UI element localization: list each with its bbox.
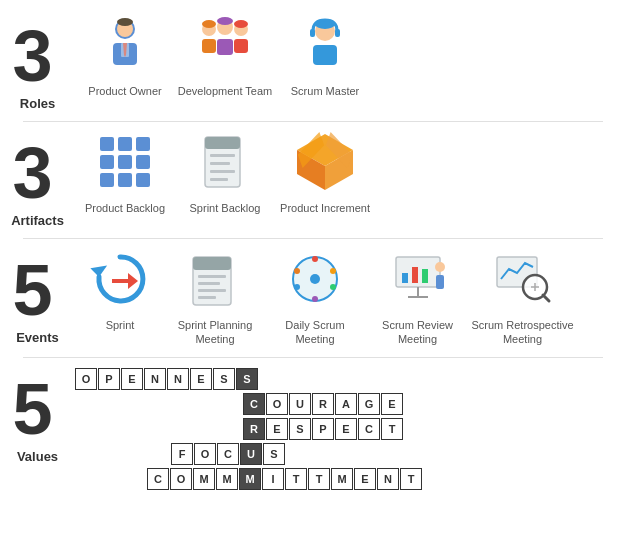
- product-owner-item: Product Owner: [75, 10, 175, 98]
- svg-rect-43: [193, 257, 231, 270]
- roles-label: Roles: [20, 96, 55, 111]
- cw-N1: N: [144, 368, 166, 390]
- cw-C-focus: C: [217, 443, 239, 465]
- commitment-row: C O M M M I T T M E N T: [75, 468, 615, 490]
- divider-1: [23, 121, 603, 122]
- scrum-review-item: Scrum Review Meeting: [365, 244, 470, 347]
- cw-M2-commit: M: [216, 468, 238, 490]
- svg-rect-28: [136, 173, 150, 187]
- scrum-review-icon: [383, 244, 453, 314]
- roles-section: 3 Roles: [0, 10, 625, 111]
- cw-E-respect: E: [266, 418, 288, 440]
- cw-U-courage: U: [289, 393, 311, 415]
- page: 3 Roles: [0, 0, 625, 503]
- svg-point-2: [117, 18, 133, 26]
- svg-marker-41: [112, 273, 138, 289]
- svg-rect-59: [422, 269, 428, 283]
- svg-rect-17: [310, 29, 315, 37]
- scrum-master-icon: [290, 10, 360, 80]
- artifacts-items: Product Backlog Sprint Backlog: [65, 127, 615, 215]
- svg-point-52: [312, 296, 318, 302]
- svg-rect-25: [136, 155, 150, 169]
- cw-R-courage: R: [312, 393, 334, 415]
- cw-S-highlight: S: [236, 368, 258, 390]
- cw-R-respect: R: [243, 418, 265, 440]
- svg-point-7: [202, 20, 216, 28]
- cw-S-focus: S: [263, 443, 285, 465]
- svg-rect-63: [436, 275, 444, 289]
- events-number: 5: [13, 254, 63, 326]
- svg-rect-32: [210, 162, 230, 165]
- svg-rect-30: [205, 137, 240, 149]
- daily-scrum-icon: [280, 244, 350, 314]
- scrum-master-item: Scrum Master: [275, 10, 375, 98]
- cw-T-respect: T: [381, 418, 403, 440]
- values-number-col: 5 Values: [10, 363, 65, 464]
- cw-E-commit: E: [354, 468, 376, 490]
- sprint-backlog-item: Sprint Backlog: [175, 127, 275, 215]
- events-number-col: 5 Events: [10, 244, 65, 345]
- artifacts-number: 3: [13, 137, 63, 209]
- cw-E1: E: [121, 368, 143, 390]
- svg-rect-18: [335, 29, 340, 37]
- product-backlog-icon: [90, 127, 160, 197]
- sprint-icon: [85, 244, 155, 314]
- sprint-backlog-icon: [190, 127, 260, 197]
- cw-N2: N: [167, 368, 189, 390]
- cw-T3-commit: T: [400, 468, 422, 490]
- svg-rect-27: [118, 173, 132, 187]
- cw-I-commit: I: [262, 468, 284, 490]
- cw-O-focus: O: [194, 443, 216, 465]
- artifacts-number-col: 3 Artifacts: [10, 127, 65, 228]
- svg-rect-26: [100, 173, 114, 187]
- development-team-item: Development Team: [175, 10, 275, 98]
- cw-F-focus: F: [171, 443, 193, 465]
- respect-row: R E S P E C T: [75, 418, 615, 440]
- divider-2: [23, 238, 603, 239]
- events-section: 5 Events Sprint: [0, 244, 625, 347]
- development-team-icon: [190, 10, 260, 80]
- courage-row: C O U R A G E: [75, 393, 615, 415]
- svg-rect-20: [100, 137, 114, 151]
- scrum-review-label: Scrum Review Meeting: [365, 318, 470, 347]
- artifacts-section: 3 Artifacts: [0, 127, 625, 228]
- cw-M3-commit: M: [239, 468, 261, 490]
- sprint-item: Sprint: [75, 244, 165, 332]
- cw-M4-commit: M: [331, 468, 353, 490]
- cw-T1-commit: T: [285, 468, 307, 490]
- cw-G-courage: G: [358, 393, 380, 415]
- cw-A-courage: A: [335, 393, 357, 415]
- focus-row: F O C U S: [75, 443, 615, 465]
- cw-E-courage: E: [381, 393, 403, 415]
- cw-P: P: [98, 368, 120, 390]
- cw-T2-commit: T: [308, 468, 330, 490]
- svg-rect-8: [202, 39, 216, 53]
- product-backlog-label: Product Backlog: [85, 201, 165, 215]
- svg-point-49: [312, 256, 318, 262]
- daily-scrum-item: Daily Scrum Meeting: [265, 244, 365, 347]
- svg-point-55: [310, 274, 320, 284]
- svg-rect-34: [210, 178, 228, 181]
- sprint-planning-item: Sprint Planning Meeting: [165, 244, 265, 347]
- cw-O1: O: [75, 368, 97, 390]
- scrum-retro-item: Scrum Retrospective Meeting: [470, 244, 575, 347]
- cw-E2-respect: E: [335, 418, 357, 440]
- svg-point-13: [234, 20, 248, 28]
- cw-C-respect: C: [358, 418, 380, 440]
- svg-rect-47: [198, 296, 216, 299]
- svg-point-51: [330, 284, 336, 290]
- product-increment-item: Product Increment: [275, 127, 375, 215]
- scrum-retro-icon: [488, 244, 558, 314]
- scrum-master-label: Scrum Master: [291, 84, 359, 98]
- cw-O-courage: O: [266, 393, 288, 415]
- events-label: Events: [16, 330, 59, 345]
- crossword: O P E N N E S S C O U R: [65, 363, 615, 493]
- product-increment-label: Product Increment: [280, 201, 370, 215]
- divider-3: [23, 357, 603, 358]
- svg-rect-57: [402, 273, 408, 283]
- svg-rect-5: [121, 43, 129, 57]
- cw-O-commit: O: [170, 468, 192, 490]
- svg-point-50: [330, 268, 336, 274]
- svg-rect-11: [217, 39, 233, 55]
- artifacts-label: Artifacts: [11, 213, 64, 228]
